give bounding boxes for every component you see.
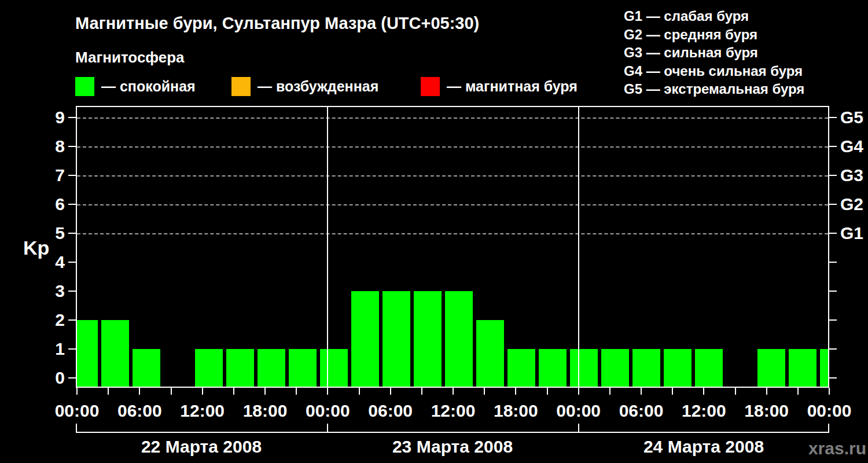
y-tick-label: 8 <box>29 136 65 157</box>
g-scale-label: G4 <box>840 136 868 157</box>
y-axis-tick <box>68 204 76 205</box>
legend-label-quiet: — спокойная <box>101 78 196 95</box>
x-axis-tick <box>390 388 391 395</box>
x-axis-tick <box>108 388 109 395</box>
y-tick-label: 6 <box>29 194 65 215</box>
x-axis-tick <box>139 388 140 395</box>
x-axis-tick <box>547 388 548 395</box>
y-tick-label: 0 <box>29 368 65 388</box>
date-label: 24 Марта 2008 <box>599 436 808 457</box>
page-title: Магнитные бури, Сультанпур Мазра (UTC+05… <box>75 13 479 34</box>
y-axis-tick <box>829 262 837 263</box>
kp-bar <box>601 349 629 387</box>
y-axis-tick <box>68 146 76 147</box>
legend-label-storm: — магнитная буря <box>447 78 578 95</box>
y-axis-tick <box>829 291 837 292</box>
g-scale-label: G1 <box>840 223 868 244</box>
gridline <box>77 117 828 119</box>
g-scale-label: G3 <box>840 165 868 186</box>
x-axis-tick <box>829 388 830 395</box>
kp-bar <box>476 320 504 387</box>
x-axis-tick <box>641 388 642 395</box>
x-axis-tick <box>453 388 454 395</box>
x-axis-tick <box>672 388 673 395</box>
day-separator <box>327 107 328 387</box>
x-axis-tick <box>578 388 579 395</box>
y-axis-tick <box>829 175 837 176</box>
y-axis-tick <box>68 175 76 176</box>
storm-scale-g2: G2 — средняя буря <box>624 25 804 44</box>
x-axis-tick <box>609 388 610 395</box>
storm-scale-g1: G1 — слабая буря <box>624 7 804 25</box>
kp-bar <box>289 349 317 387</box>
kp-bar <box>507 349 535 387</box>
kp-bar <box>77 320 98 387</box>
x-axis-tick <box>515 388 516 395</box>
y-axis-tick <box>829 348 837 350</box>
y-axis-tick <box>829 233 837 234</box>
storm-scale-g5: G5 — экстремальная буря <box>624 80 804 98</box>
y-axis-tick <box>68 348 76 350</box>
kp-bar <box>757 349 785 387</box>
legend-item-quiet: — спокойная <box>75 77 196 96</box>
date-label: 23 Марта 2008 <box>348 436 557 457</box>
gridline <box>77 146 828 148</box>
kp-bar <box>382 291 410 387</box>
x-tick-label: 00:00 <box>792 400 867 421</box>
y-axis-tick <box>829 146 837 147</box>
g-scale-label: G5 <box>840 107 868 128</box>
kp-bar <box>258 349 285 387</box>
bracket-tick <box>76 424 77 433</box>
plot-inner <box>77 107 828 387</box>
y-tick-label: 3 <box>29 281 65 302</box>
bracket-tick <box>578 424 579 433</box>
kp-bar <box>226 349 254 387</box>
y-axis-tick <box>68 262 76 263</box>
x-axis-tick <box>421 388 422 395</box>
x-axis-tick <box>484 388 485 395</box>
kp-bar <box>101 320 129 387</box>
y-tick-label: 4 <box>29 252 65 273</box>
x-axis-tick <box>233 388 234 395</box>
y-tick-label: 7 <box>29 165 65 186</box>
legend-item-excited: — возбужденная <box>231 77 378 96</box>
y-axis-tick <box>68 233 76 234</box>
excited-color-swatch <box>231 77 251 96</box>
y-tick-label: 5 <box>29 223 65 244</box>
x-axis-tick <box>703 388 704 395</box>
date-bracket <box>76 432 829 433</box>
y-axis-tick <box>68 319 76 321</box>
plot-area <box>76 106 829 388</box>
x-axis-tick <box>264 388 266 395</box>
x-axis-tick <box>171 388 172 395</box>
kp-bar <box>445 291 473 387</box>
x-axis-tick <box>797 388 799 395</box>
day-separator <box>578 107 579 387</box>
y-tick-label: 9 <box>29 107 65 128</box>
y-axis-tick <box>829 117 837 118</box>
storm-scale-legend: G1 — слабая буря G2 — средняя буря G3 — … <box>624 7 804 98</box>
x-axis-tick <box>359 388 360 395</box>
gridline <box>77 233 828 234</box>
kp-bar <box>539 349 567 387</box>
kp-bar <box>820 349 828 387</box>
kp-bar <box>789 349 816 387</box>
y-axis-tick <box>68 117 76 118</box>
kp-bar <box>664 349 692 387</box>
x-axis-tick <box>76 388 78 395</box>
kp-bar <box>195 349 223 387</box>
y-axis-tick <box>68 291 76 292</box>
watermark: xras.ru <box>808 438 866 459</box>
kp-bar <box>570 349 598 387</box>
date-label: 22 Марта 2008 <box>97 436 306 457</box>
legend-label-excited: — возбужденная <box>258 78 378 95</box>
x-axis-tick <box>327 388 328 395</box>
x-axis-tick <box>202 388 203 395</box>
x-axis-tick <box>735 388 736 395</box>
legend-item-storm: — магнитная буря <box>421 77 578 96</box>
kp-bar <box>320 349 348 387</box>
kp-bar <box>351 291 379 387</box>
bracket-tick <box>828 424 829 433</box>
g-scale-label: G2 <box>840 194 868 215</box>
gridline <box>77 175 828 177</box>
